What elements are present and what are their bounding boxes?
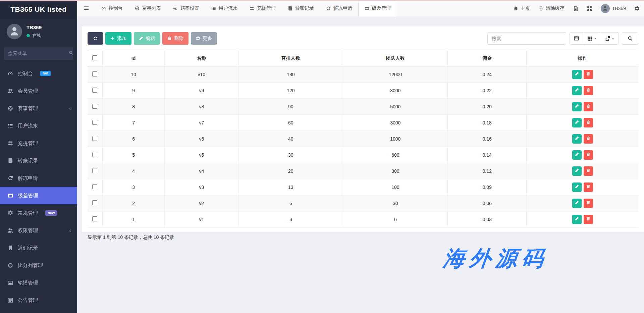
cell-name: v3 (165, 179, 238, 195)
row-checkbox[interactable] (92, 216, 97, 221)
row-checkbox[interactable] (92, 88, 97, 93)
row-edit-button[interactable] (572, 166, 582, 176)
topnav-tab-4[interactable]: 充提管理 (244, 0, 282, 17)
sidebar-item-1[interactable]: 会员管理 (0, 82, 77, 100)
table-view-buttons (570, 32, 619, 45)
table-search-input[interactable] (487, 32, 566, 45)
cell-id: 10 (102, 66, 165, 83)
row-delete-button[interactable] (584, 70, 593, 79)
row-checkbox[interactable] (92, 71, 97, 76)
notice-icon (8, 298, 13, 303)
topnav-tab-5[interactable]: 转账记录 (282, 0, 320, 17)
row-edit-button[interactable] (572, 199, 582, 208)
select-all-checkbox[interactable] (92, 55, 97, 60)
user-block: TB369 在线 (0, 19, 77, 45)
settings-button[interactable] (630, 0, 644, 17)
row-delete-button[interactable] (584, 86, 593, 95)
more-button[interactable]: 更多 (191, 32, 217, 45)
toggle-view-button[interactable] (570, 32, 583, 45)
home-button[interactable]: 主页 (509, 0, 534, 17)
row-checkbox[interactable] (92, 152, 97, 157)
cell-team: 12000 (343, 66, 448, 83)
topnav-tab-2[interactable]: VK赔率设置 (167, 0, 205, 17)
row-checkbox[interactable] (92, 120, 97, 125)
row-delete-button[interactable] (584, 118, 593, 127)
row-edit-button[interactable] (572, 102, 582, 111)
topnav-tab-0[interactable]: 控制台 (95, 0, 129, 17)
row-delete-button[interactable] (584, 166, 593, 176)
refresh-icon (93, 36, 98, 41)
sidebar-item-12[interactable]: 轮播管理 (0, 274, 77, 292)
trash-icon (586, 168, 590, 173)
topnav-tab-1[interactable]: 赛事列表 (129, 0, 167, 17)
trash-icon (539, 6, 543, 11)
sidebar-item-label: 比分列管理 (18, 262, 43, 269)
row-checkbox[interactable] (92, 184, 97, 189)
user-name: TB369 (26, 24, 42, 30)
cell-commission: 0.06 (448, 195, 527, 211)
edit-button[interactable]: 编辑 (134, 32, 160, 45)
row-checkbox[interactable] (92, 168, 97, 173)
language-button[interactable] (569, 0, 583, 17)
topnav-tab-3[interactable]: 用户流水 (205, 0, 244, 17)
row-delete-button[interactable] (584, 134, 593, 144)
sidebar-item-8[interactable]: 常规管理new (0, 204, 77, 222)
home-icon (514, 6, 518, 11)
cell-name: v9 (165, 83, 238, 99)
sidebar-item-3[interactable]: 用户流水 (0, 117, 77, 135)
row-checkbox[interactable] (92, 136, 97, 141)
trash-icon (167, 36, 172, 41)
export-button[interactable] (601, 32, 619, 45)
profile-menu[interactable]: TB369 (596, 0, 630, 17)
sidebar-item-7[interactable]: 级差管理 (0, 187, 77, 204)
topnav-tab-7[interactable]: 级差管理 (358, 0, 397, 17)
table-row: 1v1360.03 (88, 211, 638, 227)
topnav-tab-label: 赔率设置 (180, 5, 199, 11)
add-button[interactable]: 添加 (105, 32, 131, 45)
sidebar-toggle-button[interactable] (77, 0, 95, 17)
row-delete-button[interactable] (584, 150, 593, 160)
sidebar-item-10[interactable]: 返佣记录 (0, 239, 77, 257)
row-delete-button[interactable] (584, 102, 593, 111)
header-team: 团队人数 (343, 50, 448, 66)
sidebar-item-11[interactable]: 比分列管理 (0, 257, 77, 274)
row-delete-button[interactable] (584, 182, 593, 192)
row-edit-button[interactable] (572, 150, 582, 160)
sidebar-item-2[interactable]: 赛事管理‹ (0, 100, 77, 117)
row-delete-button[interactable] (584, 199, 593, 208)
topnav-tab-6[interactable]: 解冻申请 (320, 0, 358, 17)
exchange-icon (8, 141, 13, 146)
header-actions: 操作 (527, 50, 638, 66)
sidebar-item-label: 转账记录 (18, 158, 38, 164)
row-edit-button[interactable] (572, 86, 582, 95)
row-select-cell (88, 83, 102, 99)
row-edit-button[interactable] (572, 70, 582, 79)
menu-search-input[interactable] (8, 51, 69, 56)
row-edit-button[interactable] (572, 215, 582, 224)
row-checkbox[interactable] (92, 104, 97, 109)
row-checkbox[interactable] (92, 200, 97, 205)
sidebar-item-0[interactable]: 控制台hot (0, 65, 77, 82)
caret-down-icon (611, 37, 614, 40)
refresh-button[interactable] (88, 32, 103, 45)
sidebar-item-9[interactable]: 权限管理‹ (0, 222, 77, 239)
columns-button[interactable] (583, 32, 601, 45)
search-submit-button[interactable] (622, 32, 638, 45)
table-row: 2v26300.06 (88, 195, 638, 211)
clear-cache-button[interactable]: 清除缓存 (534, 0, 569, 17)
ledger-icon (288, 6, 292, 11)
row-edit-button[interactable] (572, 182, 582, 192)
row-edit-button[interactable] (572, 134, 582, 144)
trash-icon (586, 88, 590, 93)
fullscreen-button[interactable] (583, 0, 596, 17)
sidebar-item-5[interactable]: 转账记录 (0, 152, 77, 169)
row-delete-button[interactable] (584, 215, 593, 224)
content-panel: 添加 编辑 删除 更多 Id 名称 直推人数 团队人数 佣金 (82, 27, 644, 232)
sidebar-item-6[interactable]: 解冻申请 (0, 169, 77, 187)
cell-commission: 0.20 (448, 99, 527, 115)
pencil-icon (575, 152, 579, 157)
sidebar-item-13[interactable]: 公告管理 (0, 292, 77, 309)
sidebar-item-4[interactable]: 充提管理 (0, 135, 77, 152)
delete-button[interactable]: 删除 (162, 32, 189, 45)
row-edit-button[interactable] (572, 118, 582, 127)
